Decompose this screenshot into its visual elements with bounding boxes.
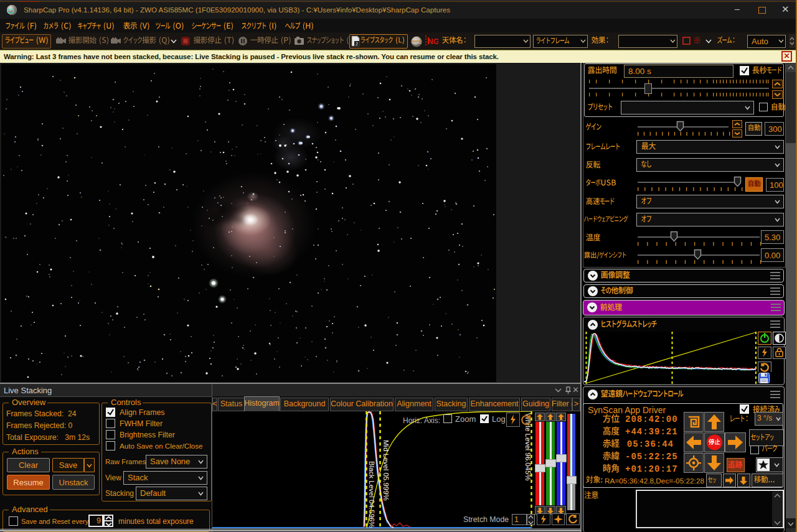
svg-text:NG: NG — [428, 37, 438, 46]
svg-text:2: 2 — [356, 41, 359, 47]
